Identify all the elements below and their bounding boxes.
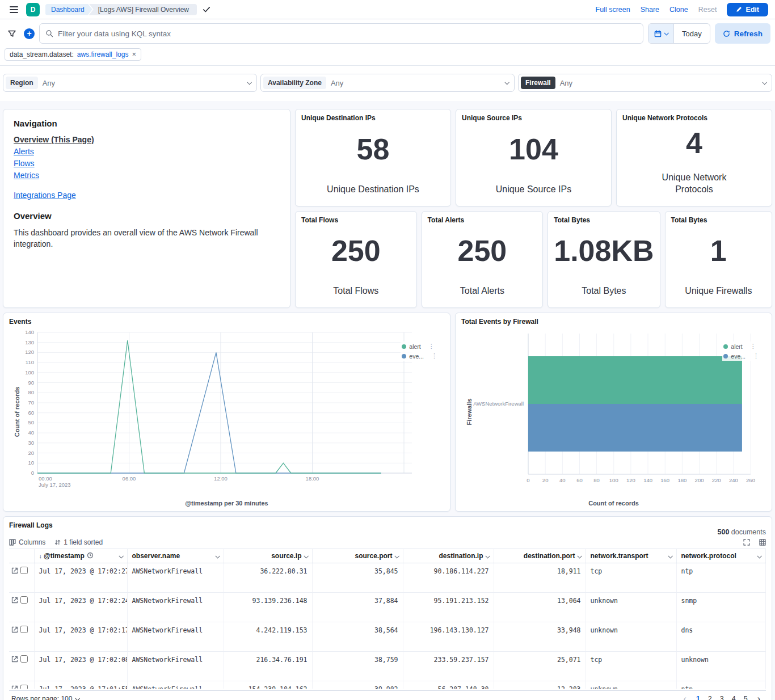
svg-text:120: 120: [25, 349, 34, 355]
control-label: Availability Zone: [263, 77, 326, 89]
filter-pill[interactable]: data_stream.dataset: aws.firewall_logs ×: [5, 48, 141, 61]
column-header-observer.name[interactable]: observer.name: [127, 549, 224, 563]
nav-link[interactable]: Overview (This Page): [14, 135, 280, 144]
breadcrumb-current-page[interactable]: [Logs AWS] Firewall Overview: [89, 4, 197, 15]
edit-button[interactable]: Edit: [727, 3, 768, 16]
space-avatar[interactable]: D: [26, 3, 40, 16]
date-quick-button[interactable]: Today: [674, 24, 710, 43]
column-header-source.port[interactable]: source.port: [312, 549, 403, 563]
legend-actions-icon[interactable]: ⋮: [431, 352, 437, 360]
log-row[interactable]: Jul 17, 2023 @ 17:02:17.328AWSNetworkFir…: [9, 622, 766, 652]
legend-item-alert[interactable]: alert ⋮: [402, 343, 437, 350]
columns-button[interactable]: Columns: [9, 538, 45, 546]
cell-network.transport: tcp: [586, 563, 676, 593]
expand-row-icon[interactable]: [11, 685, 18, 689]
kql-input[interactable]: [58, 29, 637, 38]
previous-page-button[interactable]: ‹: [680, 694, 690, 700]
cell-observer.name: AWSNetworkFirewall: [127, 563, 224, 593]
svg-text:160: 160: [660, 477, 669, 483]
logs-table: ↓@timestampobserver.namesource.ipsource.…: [9, 549, 766, 689]
legend-actions-icon[interactable]: ⋮: [428, 343, 435, 350]
legend-actions-icon[interactable]: ⋮: [753, 352, 759, 360]
column-header-destination.ip[interactable]: destination.ip: [403, 549, 494, 563]
nav-link-integrations[interactable]: Integrations Page: [14, 191, 76, 200]
page-button-1[interactable]: 1: [692, 694, 704, 700]
column-header-network.transport[interactable]: network.transport: [586, 549, 676, 563]
panel-title: Unique Destination IPs: [301, 114, 445, 122]
expand-row-icon[interactable]: [11, 597, 18, 604]
rows-per-page-button[interactable]: Rows per page: 100: [11, 695, 79, 700]
svg-text:40: 40: [559, 477, 566, 483]
refresh-button[interactable]: Refresh: [715, 23, 770, 44]
expand-row-icon[interactable]: [11, 567, 18, 574]
page-button-5[interactable]: 5: [740, 694, 752, 700]
metric-label: Total Alerts: [460, 285, 504, 297]
sort-fields-button[interactable]: 1 field sorted: [54, 538, 103, 546]
cell-observer.name: AWSNetworkFirewall: [127, 652, 224, 681]
clone-link[interactable]: Clone: [669, 6, 688, 14]
legend-actions-icon[interactable]: ⋮: [750, 343, 756, 350]
page-button-3[interactable]: 3: [716, 694, 728, 700]
row-checkbox[interactable]: [20, 626, 28, 633]
metric-value: 104: [462, 134, 605, 164]
cell-destination.ip: 95.191.213.152: [403, 593, 494, 622]
legend-item-alert[interactable]: alert ⋮: [723, 343, 759, 350]
logs-table-body: Jul 17, 2023 @ 17:02:27.328AWSNetworkFir…: [9, 563, 766, 689]
log-row[interactable]: Jul 17, 2023 @ 17:01:55.328AWSNetworkFir…: [9, 681, 766, 689]
svg-text:0: 0: [527, 477, 529, 483]
nav-link[interactable]: Flows: [14, 159, 280, 168]
events-line-chart: 010203040506070809010011012013014000:00J…: [9, 326, 439, 494]
legend-item-eve[interactable]: eve... ⋮: [723, 352, 759, 360]
remove-filter-icon[interactable]: ×: [132, 52, 136, 57]
column-header-destination.port[interactable]: destination.port: [494, 549, 586, 563]
x-axis-label: @timestamp per 30 minutes: [9, 500, 444, 507]
column-header-network.protocol[interactable]: network.protocol: [676, 549, 766, 563]
reset-link[interactable]: Reset: [698, 6, 717, 14]
metric-label: Unique Firewalls: [685, 285, 752, 297]
row-checkbox[interactable]: [20, 655, 28, 663]
chevron-down-icon: [485, 554, 490, 558]
column-header-source.ip[interactable]: source.ip: [224, 549, 312, 563]
expand-row-icon[interactable]: [11, 626, 18, 633]
full-screen-link[interactable]: Full screen: [596, 6, 630, 14]
log-row[interactable]: Jul 17, 2023 @ 17:02:08.328AWSNetworkFir…: [9, 652, 766, 681]
cell-destination.port: 33,948: [494, 622, 586, 652]
svg-text:50: 50: [28, 419, 34, 425]
display-options-button[interactable]: [759, 539, 766, 546]
cell-destination.ip: 196.143.130.127: [403, 622, 494, 652]
svg-text:20: 20: [542, 477, 549, 483]
saved-query-menu-button[interactable]: [5, 24, 19, 43]
panel-title: Total Events by Firewall: [461, 318, 766, 326]
log-row[interactable]: Jul 17, 2023 @ 17:02:27.328AWSNetworkFir…: [9, 563, 766, 593]
nav-link[interactable]: Metrics: [14, 171, 280, 180]
nav-link[interactable]: Alerts: [14, 147, 280, 156]
control-firewall[interactable]: Firewall Any: [518, 74, 772, 92]
next-page-button[interactable]: ›: [754, 694, 764, 700]
row-checkbox[interactable]: [20, 567, 28, 574]
panel-title: Total Bytes: [554, 216, 654, 224]
column-header-@timestamp[interactable]: ↓@timestamp: [34, 549, 127, 563]
svg-text:12:00: 12:00: [214, 475, 228, 482]
page-button-4[interactable]: 4: [728, 694, 740, 700]
fullscreen-grid-button[interactable]: [743, 539, 750, 546]
date-picker-button[interactable]: [648, 24, 674, 43]
expand-row-icon[interactable]: [11, 656, 18, 663]
series-color-dot: [723, 344, 728, 349]
logs-table-viewport[interactable]: ↓@timestampobserver.namesource.ipsource.…: [9, 549, 766, 689]
breadcrumb-dashboard[interactable]: Dashboard: [45, 4, 92, 15]
metric-label: Unique Destination IPs: [327, 184, 419, 196]
page-button-2[interactable]: 2: [704, 694, 716, 700]
svg-text:10: 10: [28, 459, 34, 466]
control-region[interactable]: Region Any: [3, 74, 257, 92]
kql-search-box[interactable]: [39, 23, 643, 44]
query-header: + Today Refresh data_stream.dataset: aws…: [0, 19, 775, 66]
legend-item-eve[interactable]: eve... ⋮: [402, 352, 437, 360]
control-availability-zone[interactable]: Availability Zone Any: [260, 74, 515, 92]
svg-text:06:00: 06:00: [123, 475, 136, 482]
main-menu-button[interactable]: [7, 3, 20, 16]
add-filter-button[interactable]: +: [24, 28, 35, 39]
log-row[interactable]: Jul 17, 2023 @ 17:02:24.328AWSNetworkFir…: [9, 593, 766, 622]
row-checkbox[interactable]: [20, 596, 28, 604]
row-checkbox[interactable]: [20, 685, 28, 689]
share-link[interactable]: Share: [641, 6, 659, 14]
